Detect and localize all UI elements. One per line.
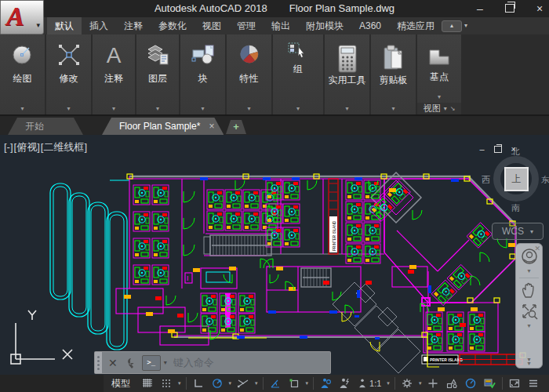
drawing-canvas[interactable]: [-][俯视][二维线框] – × PRINTER ISLANDPRINTER … xyxy=(0,135,549,375)
object-snap-toggle[interactable] xyxy=(285,375,304,392)
viewport-restore-button[interactable] xyxy=(494,142,502,156)
caret-down-icon[interactable]: ▾ xyxy=(516,267,542,274)
compass-east-label[interactable]: 东 xyxy=(541,174,549,186)
navigation-bar[interactable]: ✕ ▾ ▾ ▾▾ xyxy=(515,243,543,368)
graphics-performance-toggle[interactable] xyxy=(461,375,480,392)
ribbon-collapse-button[interactable]: ▴ xyxy=(442,20,462,32)
ucs-selector[interactable]: WCS ▾ xyxy=(492,223,544,240)
panel-label: 注释 xyxy=(104,72,123,85)
panel-expand-icon[interactable]: ▾ xyxy=(93,105,135,112)
tab-addins[interactable]: 附加模块 xyxy=(298,17,351,34)
panel-expand-icon[interactable]: ▾ xyxy=(273,105,323,112)
model-space-button[interactable]: 模型 xyxy=(107,377,135,390)
panel-expand-icon[interactable]: ▾ xyxy=(417,93,461,100)
block-icon xyxy=(190,39,216,71)
recent-commands-button[interactable]: >_ xyxy=(142,355,161,371)
panel-expand-icon[interactable]: ▾ xyxy=(180,105,225,112)
panel-expand-icon[interactable]: ▾ xyxy=(227,105,271,112)
tab-a360[interactable]: A360 xyxy=(351,17,389,34)
caret-down-icon[interactable]: ▾ xyxy=(384,380,392,387)
panel-annotation[interactable]: A 注释 ▾ xyxy=(93,34,135,114)
tab-insert[interactable]: 插入 xyxy=(82,17,116,34)
panel-expand-icon[interactable]: ▾ xyxy=(46,105,91,112)
caret-down-icon[interactable]: ▾ xyxy=(304,380,311,387)
panel-clipboard[interactable]: 剪贴板 ▾ xyxy=(371,34,416,114)
tab-parametric[interactable]: 参数化 xyxy=(151,17,195,34)
minimize-button[interactable]: – xyxy=(474,0,486,17)
caret-down-icon[interactable]: ▾ xyxy=(516,322,542,329)
panel-expand-icon[interactable]: ▾ xyxy=(0,105,45,112)
panel-utilities[interactable]: 实用工具 ▾ xyxy=(325,34,369,114)
panel-layers[interactable]: 图层 ▾ xyxy=(136,34,179,114)
tab-default[interactable]: 默认 xyxy=(47,17,82,34)
grid-display-toggle[interactable] xyxy=(138,375,157,392)
new-tab-button[interactable]: + xyxy=(226,120,246,134)
caret-down-icon[interactable]: ▾ xyxy=(416,380,424,387)
isometric-drafting-toggle[interactable] xyxy=(234,375,253,392)
tab-output[interactable]: 输出 xyxy=(264,17,298,34)
viewport-visualstyle-control[interactable]: [二维线框] xyxy=(41,141,87,153)
close-button[interactable]: × xyxy=(533,0,546,17)
viewcube-top-face[interactable]: 上 xyxy=(504,167,529,191)
polar-tracking-toggle[interactable] xyxy=(208,375,227,392)
maximize-button[interactable] xyxy=(504,0,516,17)
zoom-extents-icon[interactable] xyxy=(520,302,539,321)
tab-manage[interactable]: 管理 xyxy=(229,17,264,34)
gear-icon xyxy=(401,377,413,390)
navbar-collapse-icon[interactable]: ▾▾ xyxy=(516,358,542,365)
annotation-monitor-toggle[interactable] xyxy=(424,375,442,392)
layers-icon xyxy=(144,39,171,71)
customize-wrench-icon[interactable] xyxy=(123,357,136,369)
ortho-mode-toggle[interactable] xyxy=(189,375,208,392)
view-panel-footer[interactable]: 视图 ▾ ↘ xyxy=(417,103,461,114)
navbar-close-icon[interactable]: ✕ xyxy=(534,245,540,252)
close-tab-icon[interactable]: × xyxy=(209,118,214,135)
panel-launcher-icon[interactable]: ↘ xyxy=(450,105,456,112)
panel-expand-icon[interactable]: ▾ xyxy=(136,105,179,112)
compass-west-label[interactable]: 西 xyxy=(482,174,490,186)
caret-down-icon[interactable]: ▾ xyxy=(253,380,260,387)
command-input[interactable] xyxy=(172,354,330,372)
graphics-performance-icon xyxy=(464,377,477,390)
viewport-menu-control[interactable]: [-] xyxy=(4,141,13,153)
caret-down-icon[interactable]: ▾ xyxy=(227,380,235,387)
annotation-scale-button[interactable]: 1:1 xyxy=(354,375,384,392)
pan-hand-icon[interactable] xyxy=(520,281,539,299)
panel-groups[interactable]: 组 ▾ xyxy=(273,34,323,114)
viewcube[interactable]: 北 南 西 东 上 xyxy=(485,147,549,212)
palette-grip-handle[interactable] xyxy=(95,352,102,373)
isolate-objects-button[interactable] xyxy=(442,375,461,392)
annotation-a-icon: A xyxy=(100,39,127,71)
viewport-view-control[interactable]: [俯视] xyxy=(14,141,40,153)
panel-draw[interactable]: 绘图 ▾ xyxy=(0,34,45,114)
object-snap-tracking-toggle[interactable] xyxy=(266,375,285,392)
annotation-autoscale-toggle[interactable] xyxy=(335,375,354,392)
tab-view[interactable]: 视图 xyxy=(195,17,229,34)
workspace-switching-button[interactable] xyxy=(398,375,416,392)
panel-expand-icon[interactable]: ▾ xyxy=(325,105,369,112)
customize-button[interactable] xyxy=(524,375,543,392)
tab-featured-apps[interactable]: 精选应用 xyxy=(389,17,442,34)
clean-screen-button[interactable] xyxy=(505,375,524,392)
compass-south-label[interactable]: 南 xyxy=(511,202,520,214)
command-line-palette[interactable]: ✕ >_ ▾ xyxy=(94,351,331,374)
file-tab-active[interactable]: Floor Plan Sample* × xyxy=(102,118,224,135)
caret-down-icon[interactable]: ▾ xyxy=(164,359,167,366)
ribbon-collapse-caret-icon[interactable]: ▾ xyxy=(464,22,467,29)
hardware-acceleration-toggle[interactable] xyxy=(480,375,500,392)
panel-block[interactable]: 块 ▾ xyxy=(180,34,225,114)
panel-modify[interactable]: 修改 ▾ xyxy=(46,34,91,114)
viewport-minimize-button[interactable]: – xyxy=(479,144,484,154)
viewport-close-button[interactable]: × xyxy=(511,144,516,154)
application-menu-button[interactable]: A ▾ xyxy=(0,0,44,34)
panel-expand-icon[interactable]: ▾ xyxy=(371,105,416,112)
snap-mode-toggle[interactable] xyxy=(157,375,176,392)
command-close-icon[interactable]: ✕ xyxy=(108,357,118,369)
annotation-scale-value[interactable]: 1:1 xyxy=(369,379,381,388)
annotation-visibility-toggle[interactable] xyxy=(316,375,335,392)
tab-annotate[interactable]: 注释 xyxy=(116,17,151,34)
panel-basepoint[interactable]: 基点 ▾ 视图 ▾ ↘ xyxy=(417,34,461,114)
panel-properties[interactable]: 特性 ▾ xyxy=(227,34,271,114)
file-tab-start[interactable]: 开始 xyxy=(8,118,83,135)
caret-down-icon[interactable]: ▾ xyxy=(176,380,184,387)
